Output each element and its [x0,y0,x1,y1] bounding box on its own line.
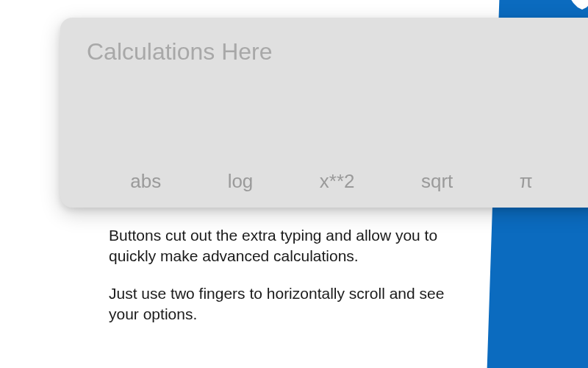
log-button[interactable]: log [228,170,254,193]
power-button[interactable]: x**2 [320,170,355,193]
sqrt-button[interactable]: sqrt [421,170,453,193]
instruction-paragraph-1: Buttons cut out the extra typing and all… [109,225,476,267]
pi-button[interactable]: π [520,170,533,193]
instruction-paragraph-2: Just use two fingers to horizontally scr… [109,283,476,325]
calculation-input[interactable] [87,38,576,66]
abs-button[interactable]: abs [130,170,161,193]
calculator-card: abs log x**2 sqrt π [60,18,588,208]
instructions-text: Buttons cut out the extra typing and all… [109,225,476,341]
function-button-row[interactable]: abs log x**2 sqrt π [60,170,588,193]
